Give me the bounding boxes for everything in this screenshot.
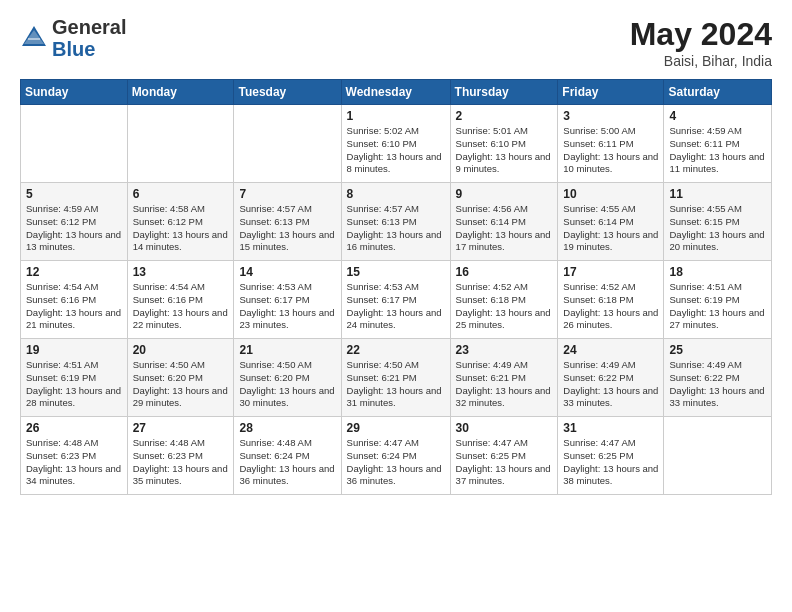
day-info: Sunrise: 4:52 AM Sunset: 6:18 PM Dayligh… <box>456 281 553 332</box>
calendar-cell: 5Sunrise: 4:59 AM Sunset: 6:12 PM Daylig… <box>21 183 128 261</box>
day-info: Sunrise: 4:59 AM Sunset: 6:11 PM Dayligh… <box>669 125 766 176</box>
day-info: Sunrise: 4:51 AM Sunset: 6:19 PM Dayligh… <box>26 359 122 410</box>
calendar-cell: 18Sunrise: 4:51 AM Sunset: 6:19 PM Dayli… <box>664 261 772 339</box>
calendar-cell: 8Sunrise: 4:57 AM Sunset: 6:13 PM Daylig… <box>341 183 450 261</box>
day-info: Sunrise: 4:47 AM Sunset: 6:25 PM Dayligh… <box>456 437 553 488</box>
calendar-cell: 15Sunrise: 4:53 AM Sunset: 6:17 PM Dayli… <box>341 261 450 339</box>
day-info: Sunrise: 4:47 AM Sunset: 6:24 PM Dayligh… <box>347 437 445 488</box>
day-info: Sunrise: 4:50 AM Sunset: 6:20 PM Dayligh… <box>133 359 229 410</box>
day-number: 20 <box>133 343 229 357</box>
title-location: Baisi, Bihar, India <box>630 53 772 69</box>
calendar-cell: 3Sunrise: 5:00 AM Sunset: 6:11 PM Daylig… <box>558 105 664 183</box>
day-number: 26 <box>26 421 122 435</box>
weekday-header: Monday <box>127 80 234 105</box>
day-number: 5 <box>26 187 122 201</box>
calendar-cell: 13Sunrise: 4:54 AM Sunset: 6:16 PM Dayli… <box>127 261 234 339</box>
day-number: 27 <box>133 421 229 435</box>
day-info: Sunrise: 5:01 AM Sunset: 6:10 PM Dayligh… <box>456 125 553 176</box>
calendar-cell: 14Sunrise: 4:53 AM Sunset: 6:17 PM Dayli… <box>234 261 341 339</box>
day-number: 31 <box>563 421 658 435</box>
day-number: 19 <box>26 343 122 357</box>
weekday-header: Saturday <box>664 80 772 105</box>
calendar-cell: 21Sunrise: 4:50 AM Sunset: 6:20 PM Dayli… <box>234 339 341 417</box>
day-info: Sunrise: 4:54 AM Sunset: 6:16 PM Dayligh… <box>133 281 229 332</box>
svg-rect-2 <box>28 38 40 40</box>
day-number: 29 <box>347 421 445 435</box>
day-number: 11 <box>669 187 766 201</box>
calendar-cell: 17Sunrise: 4:52 AM Sunset: 6:18 PM Dayli… <box>558 261 664 339</box>
day-number: 15 <box>347 265 445 279</box>
day-number: 7 <box>239 187 335 201</box>
calendar-week-row: 5Sunrise: 4:59 AM Sunset: 6:12 PM Daylig… <box>21 183 772 261</box>
calendar: SundayMondayTuesdayWednesdayThursdayFrid… <box>20 79 772 495</box>
weekday-header: Thursday <box>450 80 558 105</box>
day-number: 24 <box>563 343 658 357</box>
day-info: Sunrise: 4:48 AM Sunset: 6:24 PM Dayligh… <box>239 437 335 488</box>
logo-blue: Blue <box>52 38 95 60</box>
day-info: Sunrise: 4:53 AM Sunset: 6:17 PM Dayligh… <box>347 281 445 332</box>
day-number: 17 <box>563 265 658 279</box>
day-info: Sunrise: 4:59 AM Sunset: 6:12 PM Dayligh… <box>26 203 122 254</box>
weekday-header: Friday <box>558 80 664 105</box>
day-info: Sunrise: 4:47 AM Sunset: 6:25 PM Dayligh… <box>563 437 658 488</box>
calendar-cell: 25Sunrise: 4:49 AM Sunset: 6:22 PM Dayli… <box>664 339 772 417</box>
day-number: 25 <box>669 343 766 357</box>
calendar-cell: 27Sunrise: 4:48 AM Sunset: 6:23 PM Dayli… <box>127 417 234 495</box>
day-number: 18 <box>669 265 766 279</box>
day-number: 30 <box>456 421 553 435</box>
calendar-week-row: 1Sunrise: 5:02 AM Sunset: 6:10 PM Daylig… <box>21 105 772 183</box>
calendar-cell: 24Sunrise: 4:49 AM Sunset: 6:22 PM Dayli… <box>558 339 664 417</box>
weekday-header: Tuesday <box>234 80 341 105</box>
day-number: 8 <box>347 187 445 201</box>
svg-marker-1 <box>24 30 44 44</box>
calendar-cell <box>21 105 128 183</box>
day-info: Sunrise: 4:48 AM Sunset: 6:23 PM Dayligh… <box>26 437 122 488</box>
page: General Blue May 2024 Baisi, Bihar, Indi… <box>0 0 792 612</box>
calendar-cell: 4Sunrise: 4:59 AM Sunset: 6:11 PM Daylig… <box>664 105 772 183</box>
calendar-cell <box>127 105 234 183</box>
calendar-cell: 23Sunrise: 4:49 AM Sunset: 6:21 PM Dayli… <box>450 339 558 417</box>
calendar-cell: 11Sunrise: 4:55 AM Sunset: 6:15 PM Dayli… <box>664 183 772 261</box>
weekday-header: Wednesday <box>341 80 450 105</box>
weekday-header: Sunday <box>21 80 128 105</box>
day-info: Sunrise: 5:00 AM Sunset: 6:11 PM Dayligh… <box>563 125 658 176</box>
calendar-cell: 20Sunrise: 4:50 AM Sunset: 6:20 PM Dayli… <box>127 339 234 417</box>
day-info: Sunrise: 4:49 AM Sunset: 6:21 PM Dayligh… <box>456 359 553 410</box>
calendar-week-row: 26Sunrise: 4:48 AM Sunset: 6:23 PM Dayli… <box>21 417 772 495</box>
calendar-cell: 6Sunrise: 4:58 AM Sunset: 6:12 PM Daylig… <box>127 183 234 261</box>
day-info: Sunrise: 4:57 AM Sunset: 6:13 PM Dayligh… <box>347 203 445 254</box>
day-info: Sunrise: 4:49 AM Sunset: 6:22 PM Dayligh… <box>563 359 658 410</box>
day-number: 16 <box>456 265 553 279</box>
day-number: 6 <box>133 187 229 201</box>
day-number: 13 <box>133 265 229 279</box>
logo-icon <box>20 24 48 52</box>
day-info: Sunrise: 4:58 AM Sunset: 6:12 PM Dayligh… <box>133 203 229 254</box>
day-info: Sunrise: 5:02 AM Sunset: 6:10 PM Dayligh… <box>347 125 445 176</box>
calendar-cell: 19Sunrise: 4:51 AM Sunset: 6:19 PM Dayli… <box>21 339 128 417</box>
calendar-cell: 26Sunrise: 4:48 AM Sunset: 6:23 PM Dayli… <box>21 417 128 495</box>
day-info: Sunrise: 4:56 AM Sunset: 6:14 PM Dayligh… <box>456 203 553 254</box>
calendar-cell: 22Sunrise: 4:50 AM Sunset: 6:21 PM Dayli… <box>341 339 450 417</box>
calendar-cell: 1Sunrise: 5:02 AM Sunset: 6:10 PM Daylig… <box>341 105 450 183</box>
day-number: 28 <box>239 421 335 435</box>
day-number: 9 <box>456 187 553 201</box>
day-info: Sunrise: 4:48 AM Sunset: 6:23 PM Dayligh… <box>133 437 229 488</box>
calendar-cell: 28Sunrise: 4:48 AM Sunset: 6:24 PM Dayli… <box>234 417 341 495</box>
day-info: Sunrise: 4:57 AM Sunset: 6:13 PM Dayligh… <box>239 203 335 254</box>
title-block: May 2024 Baisi, Bihar, India <box>630 16 772 69</box>
day-info: Sunrise: 4:50 AM Sunset: 6:21 PM Dayligh… <box>347 359 445 410</box>
day-number: 21 <box>239 343 335 357</box>
calendar-cell: 12Sunrise: 4:54 AM Sunset: 6:16 PM Dayli… <box>21 261 128 339</box>
day-number: 12 <box>26 265 122 279</box>
day-info: Sunrise: 4:55 AM Sunset: 6:15 PM Dayligh… <box>669 203 766 254</box>
day-number: 3 <box>563 109 658 123</box>
calendar-cell: 10Sunrise: 4:55 AM Sunset: 6:14 PM Dayli… <box>558 183 664 261</box>
day-number: 14 <box>239 265 335 279</box>
day-info: Sunrise: 4:51 AM Sunset: 6:19 PM Dayligh… <box>669 281 766 332</box>
day-number: 1 <box>347 109 445 123</box>
day-number: 10 <box>563 187 658 201</box>
day-number: 23 <box>456 343 553 357</box>
calendar-cell: 7Sunrise: 4:57 AM Sunset: 6:13 PM Daylig… <box>234 183 341 261</box>
calendar-cell <box>234 105 341 183</box>
day-info: Sunrise: 4:52 AM Sunset: 6:18 PM Dayligh… <box>563 281 658 332</box>
